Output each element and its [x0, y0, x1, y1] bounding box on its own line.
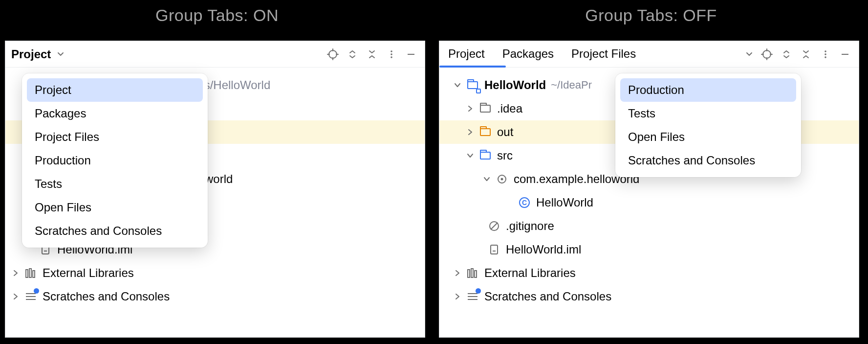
- popup-item-tests[interactable]: Tests: [620, 102, 796, 125]
- collapse-all-icon[interactable]: [796, 45, 816, 64]
- svg-point-15: [825, 53, 826, 55]
- svg-point-3: [391, 56, 392, 58]
- package-fragment: world: [205, 172, 233, 186]
- expand-all-icon[interactable]: [777, 45, 796, 64]
- target-icon[interactable]: [757, 45, 777, 64]
- toolbar: Project Packages Project Files: [439, 41, 859, 68]
- svg-rect-17: [842, 54, 848, 55]
- popup-item-scratches[interactable]: Scratches and Consoles: [27, 219, 203, 243]
- svg-rect-27: [471, 269, 473, 277]
- libraries-icon: [466, 266, 479, 280]
- chevron-down-icon: [480, 173, 493, 185]
- svg-rect-24: [491, 245, 498, 254]
- svg-rect-6: [44, 251, 47, 252]
- folder-icon: [478, 125, 492, 139]
- active-tab-indicator: [439, 66, 506, 68]
- node-label: HelloWorld.iml: [506, 243, 581, 256]
- source-folder-icon: [478, 149, 492, 162]
- popup-item-open-files[interactable]: Open Files: [620, 125, 796, 149]
- root-label: HelloWorld: [484, 78, 546, 92]
- svg-point-13: [763, 50, 771, 58]
- scratches-icon: [466, 290, 479, 303]
- folder-icon: [478, 102, 492, 115]
- popup-item-packages[interactable]: Packages: [27, 102, 203, 125]
- tree-row-iml[interactable]: HelloWorld.iml: [439, 238, 859, 261]
- chevron-right-icon: [451, 290, 464, 303]
- node-label: Scratches and Consoles: [484, 290, 611, 303]
- package-icon: [495, 172, 509, 186]
- panel-group-tabs-off: Project Packages Project Files: [439, 41, 859, 338]
- node-label: src: [497, 149, 513, 162]
- panel-group-tabs-on: Project ts/HelloWorld world: [5, 41, 425, 338]
- root-path-label: ~/IdeaPr: [551, 79, 592, 92]
- scratches-icon: [24, 290, 38, 303]
- svg-rect-28: [475, 271, 477, 277]
- tree-row-scratches[interactable]: Scratches and Consoles: [439, 285, 859, 308]
- chevron-right-icon: [9, 267, 22, 279]
- tab-packages[interactable]: Packages: [502, 47, 554, 62]
- target-icon[interactable]: [323, 45, 343, 64]
- svg-point-16: [825, 56, 826, 58]
- minimize-icon[interactable]: [401, 45, 421, 64]
- popup-item-open-files[interactable]: Open Files: [27, 196, 203, 219]
- scratches-label: Scratches and Consoles: [43, 290, 170, 303]
- more-icon[interactable]: [816, 45, 835, 64]
- file-icon: [487, 243, 501, 256]
- node-label: HelloWorld: [536, 196, 593, 209]
- chevron-right-icon: [464, 126, 477, 138]
- svg-rect-7: [26, 270, 28, 277]
- svg-rect-26: [468, 270, 470, 277]
- module-folder-icon: [466, 78, 479, 92]
- chevron-down-icon[interactable]: [741, 45, 757, 64]
- view-switcher-label[interactable]: Project: [11, 47, 51, 61]
- chevron-down-icon: [464, 149, 477, 162]
- svg-rect-4: [408, 54, 414, 55]
- tree-row-scratches[interactable]: Scratches and Consoles: [5, 285, 425, 308]
- view-switcher-popup: Project Packages Project Files Productio…: [22, 73, 208, 248]
- popup-item-production[interactable]: Production: [620, 78, 796, 102]
- toolbar: Project: [5, 41, 425, 68]
- svg-point-0: [329, 50, 337, 58]
- caption-left: Group Tabs: ON: [0, 0, 434, 30]
- libraries-icon: [24, 266, 38, 280]
- tab-project[interactable]: Project: [448, 47, 485, 62]
- svg-point-19: [501, 178, 503, 181]
- svg-point-1: [391, 50, 392, 52]
- svg-point-14: [825, 50, 826, 52]
- node-label: out: [497, 125, 513, 139]
- tree-row-ext-libs[interactable]: External Libraries: [439, 261, 859, 285]
- popup-item-project-files[interactable]: Project Files: [27, 125, 203, 149]
- chevron-right-icon: [9, 290, 22, 303]
- node-label: External Libraries: [484, 266, 576, 280]
- svg-line-23: [491, 223, 498, 229]
- chevron-right-icon: [464, 102, 477, 115]
- view-tabs: Project Packages Project Files: [445, 41, 636, 67]
- tab-overflow-popup: Production Tests Open Files Scratches an…: [615, 73, 801, 177]
- popup-item-project[interactable]: Project: [27, 78, 203, 102]
- popup-item-production[interactable]: Production: [27, 149, 203, 172]
- tree-row-ext-libs[interactable]: External Libraries: [5, 261, 425, 285]
- root-path-fragment: ts/HelloWorld: [201, 78, 270, 92]
- node-label: .gitignore: [506, 219, 554, 233]
- chevron-down-icon: [451, 79, 464, 92]
- svg-rect-25: [493, 251, 496, 252]
- collapse-all-icon[interactable]: [362, 45, 382, 64]
- svg-point-2: [391, 53, 392, 55]
- chevron-down-icon[interactable]: [54, 45, 67, 64]
- popup-item-tests[interactable]: Tests: [27, 172, 203, 196]
- ignored-icon: [487, 219, 501, 233]
- class-icon: C: [518, 196, 531, 209]
- tab-project-files[interactable]: Project Files: [571, 47, 636, 62]
- node-label: .idea: [497, 102, 522, 115]
- svg-text:C: C: [522, 199, 527, 206]
- minimize-icon[interactable]: [835, 45, 855, 64]
- caption-right: Group Tabs: OFF: [434, 0, 868, 30]
- chevron-right-icon: [451, 267, 464, 279]
- tree-row-gitignore[interactable]: .gitignore: [439, 214, 859, 238]
- svg-rect-9: [33, 271, 35, 277]
- expand-all-icon[interactable]: [343, 45, 362, 64]
- tree-row-class[interactable]: C HelloWorld: [439, 191, 859, 214]
- more-icon[interactable]: [382, 45, 401, 64]
- popup-item-scratches[interactable]: Scratches and Consoles: [620, 149, 796, 172]
- ext-lib-label: External Libraries: [43, 266, 134, 280]
